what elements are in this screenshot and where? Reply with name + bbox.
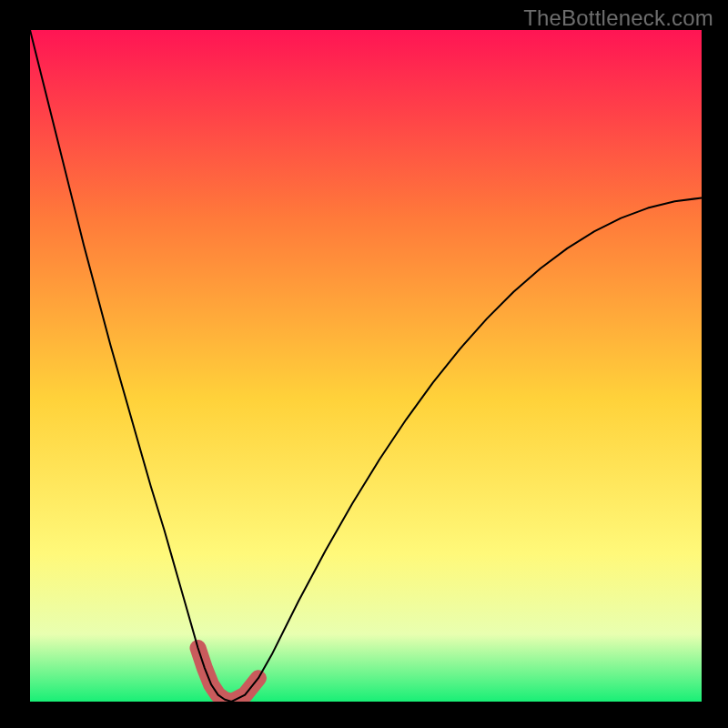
plot-area — [30, 30, 702, 702]
gradient-background — [30, 30, 702, 702]
chart-frame: TheBottleneck.com — [0, 0, 728, 728]
watermark-text: TheBottleneck.com — [523, 5, 713, 31]
chart-svg — [30, 30, 702, 702]
